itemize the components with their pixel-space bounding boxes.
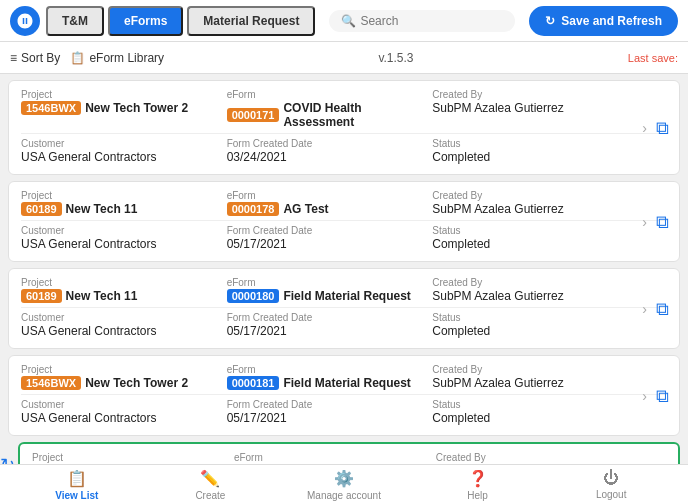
logout-label: Logout xyxy=(596,489,627,500)
project-label: Project xyxy=(21,190,217,201)
eform-badge: 0000180 xyxy=(227,289,280,303)
nav-item-view-list[interactable]: 📋 View List xyxy=(10,469,144,501)
customer-label: Customer xyxy=(21,225,217,236)
eform-badge: 0000181 xyxy=(227,376,280,390)
customer-value: USA General Contractors xyxy=(21,411,217,425)
view-list-label: View List xyxy=(55,490,98,501)
created-by-label: Created By xyxy=(432,190,667,201)
refresh-icon: ↻ xyxy=(0,454,15,464)
search-input[interactable] xyxy=(360,14,503,28)
top-bar: T&M eForms Material Request 🔍 ↻ Save and… xyxy=(0,0,688,42)
form-created-date-label: Form Created Date xyxy=(227,225,423,236)
eform-label: eForm xyxy=(227,277,423,288)
library-icon: 📋 xyxy=(70,51,85,65)
form-created-date-label: Form Created Date xyxy=(227,312,423,323)
customer-label: Customer xyxy=(21,312,217,323)
eform-label: eForm xyxy=(227,89,423,100)
project-label: Project xyxy=(32,452,224,463)
eform-badge: 0000178 xyxy=(227,202,280,216)
manage-account-label: Manage account xyxy=(307,490,381,501)
create-icon: ✏️ xyxy=(200,469,220,488)
status-value: Completed xyxy=(432,411,667,425)
copy-icon[interactable]: ⧉ xyxy=(656,298,669,319)
eform-name: Field Material Request xyxy=(283,289,410,303)
card-list: Project 1546BWX New Tech Tower 2 eForm 0… xyxy=(0,74,688,464)
list-item[interactable]: ↻✕ Project 60189 New Tech 11 eForm COVID… xyxy=(18,442,680,464)
eform-badge: 0000171 xyxy=(227,108,280,122)
list-item[interactable]: Project 1546BWX New Tech Tower 2 eForm 0… xyxy=(8,80,680,175)
copy-icon[interactable]: ⧉ xyxy=(656,117,669,138)
last-save-label: Last save: xyxy=(628,52,678,64)
nav-item-manage-account[interactable]: ⚙️ Manage account xyxy=(277,469,411,501)
created-by-label: Created By xyxy=(432,89,667,100)
created-by-label: Created By xyxy=(432,364,667,375)
eform-name: AG Test xyxy=(283,202,328,216)
eform-library-button[interactable]: 📋 eForm Library xyxy=(70,51,164,65)
form-created-date-value: 05/17/2021 xyxy=(227,324,423,338)
help-icon: ❓ xyxy=(468,469,488,488)
customer-label: Customer xyxy=(21,399,217,410)
project-badge: 60189 xyxy=(21,202,62,216)
status-label: Status xyxy=(432,138,667,149)
project-badge: 60189 xyxy=(21,289,62,303)
tab-tm[interactable]: T&M xyxy=(46,6,104,36)
version-label: v.1.5.3 xyxy=(174,51,618,65)
tab-eforms[interactable]: eForms xyxy=(108,6,183,36)
sub-bar: ≡ Sort By 📋 eForm Library v.1.5.3 Last s… xyxy=(0,42,688,74)
form-created-date-value: 05/17/2021 xyxy=(227,237,423,251)
project-label: Project xyxy=(21,277,217,288)
project-name: New Tech Tower 2 xyxy=(85,376,188,390)
project-name: New Tech Tower 2 xyxy=(85,101,188,115)
project-badge: 1546BWX xyxy=(21,101,81,115)
status-value: Completed xyxy=(432,324,667,338)
created-by-label: Created By xyxy=(436,452,666,463)
created-by-label: Created By xyxy=(432,277,667,288)
eform-label: eForm xyxy=(227,190,423,201)
sort-by-button[interactable]: ≡ Sort By xyxy=(10,51,60,65)
nav-item-help[interactable]: ❓ Help xyxy=(411,469,545,501)
status-label: Status xyxy=(432,312,667,323)
status-label: Status xyxy=(432,225,667,236)
nav-item-logout[interactable]: ⏻ Logout xyxy=(544,469,678,500)
logout-icon: ⏻ xyxy=(603,469,619,487)
chevron-right-icon: › xyxy=(642,301,647,317)
created-by-value: SubPM Azalea Gutierrez xyxy=(432,101,667,115)
project-label: Project xyxy=(21,89,217,100)
status-value: Completed xyxy=(432,237,667,251)
list-item[interactable]: Project 60189 New Tech 11 eForm 0000180 … xyxy=(8,268,680,349)
customer-value: USA General Contractors xyxy=(21,324,217,338)
customer-label: Customer xyxy=(21,138,217,149)
eform-name: Field Material Request xyxy=(283,376,410,390)
created-by-value: SubPM Azalea Gutierrez xyxy=(432,202,667,216)
chevron-right-icon: › xyxy=(642,214,647,230)
chevron-right-icon: › xyxy=(642,120,647,136)
search-bar: 🔍 xyxy=(329,10,515,32)
tab-material-request[interactable]: Material Request xyxy=(187,6,315,36)
list-item[interactable]: Project 60189 New Tech 11 eForm 0000178 … xyxy=(8,181,680,262)
status-value: Completed xyxy=(432,150,667,164)
app-logo xyxy=(10,6,40,36)
project-badge: 1546BWX xyxy=(21,376,81,390)
form-created-date-value: 03/24/2021 xyxy=(227,150,423,164)
manage-account-icon: ⚙️ xyxy=(334,469,354,488)
created-by-value: SubPM Azalea Gutierrez xyxy=(432,289,667,303)
sort-icon: ≡ xyxy=(10,51,17,65)
bottom-nav: 📋 View List ✏️ Create ⚙️ Manage account … xyxy=(0,464,688,504)
form-created-date-label: Form Created Date xyxy=(227,138,423,149)
refresh-icon: ↻ xyxy=(545,14,555,28)
customer-value: USA General Contractors xyxy=(21,150,217,164)
eform-name: COVID Health Assessment xyxy=(283,101,422,129)
copy-icon[interactable]: ⧉ xyxy=(656,385,669,406)
customer-value: USA General Contractors xyxy=(21,237,217,251)
eform-label: eForm xyxy=(227,364,423,375)
search-icon: 🔍 xyxy=(341,14,356,28)
project-name: New Tech 11 xyxy=(66,289,138,303)
copy-icon[interactable]: ⧉ xyxy=(656,211,669,232)
project-label: Project xyxy=(21,364,217,375)
list-item[interactable]: Project 1546BWX New Tech Tower 2 eForm 0… xyxy=(8,355,680,436)
help-label: Help xyxy=(467,490,488,501)
nav-item-create[interactable]: ✏️ Create xyxy=(144,469,278,501)
form-created-date-value: 05/17/2021 xyxy=(227,411,423,425)
save-refresh-button[interactable]: ↻ Save and Refresh xyxy=(529,6,678,36)
create-label: Create xyxy=(195,490,225,501)
